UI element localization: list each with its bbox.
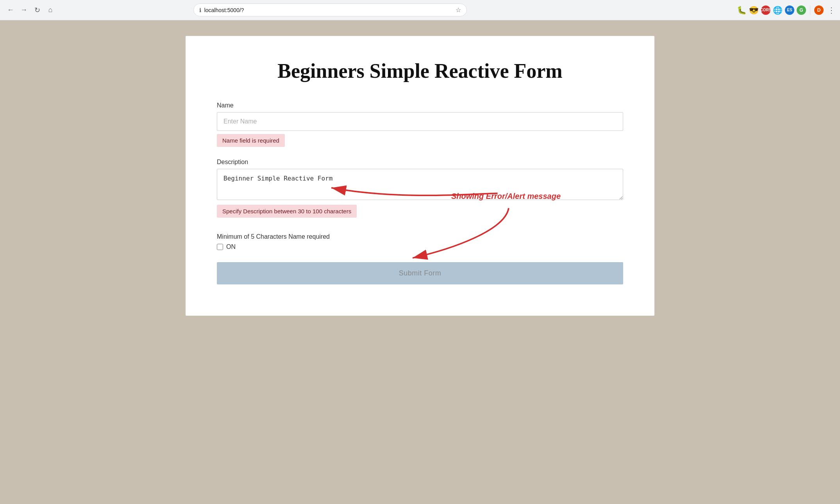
checkbox-row: ON [217, 243, 623, 250]
submit-button[interactable]: Submit Form [217, 262, 623, 284]
checkbox-group: Minimum of 5 Characters Name required ON [217, 233, 623, 250]
form-container: Beginners Simple Reactive Form Name Name… [186, 36, 654, 316]
name-input[interactable] [217, 112, 623, 131]
url-text: localhost:5000/? [204, 7, 452, 13]
page-background: Beginners Simple Reactive Form Name Name… [0, 20, 840, 504]
description-label: Description [217, 159, 623, 166]
page-title: Beginners Simple Reactive Form [217, 59, 623, 82]
bookmark-icon[interactable]: ☆ [456, 6, 461, 14]
description-error-message: Specify Description between 30 to 100 ch… [217, 205, 357, 218]
extensions-area: 🐛 😎 CORS 🌐 ES G D ⋮ [737, 5, 835, 15]
grammarly-extension[interactable]: G [797, 5, 806, 15]
cors-extension[interactable]: CORS [761, 5, 770, 15]
home-button[interactable]: ⌂ [45, 4, 56, 16]
extension-bug[interactable]: 🐛 [737, 5, 747, 15]
description-input[interactable]: Beginner Simple Reactive Form [217, 169, 623, 200]
checkbox-description: Minimum of 5 Characters Name required [217, 233, 623, 240]
description-form-group: Description Beginner Simple Reactive For… [217, 159, 623, 218]
divider [810, 5, 810, 15]
name-form-group: Name Name field is required [217, 102, 623, 147]
extension-globe[interactable]: 🌐 [773, 5, 783, 15]
browser-menu[interactable]: ⋮ [827, 5, 835, 15]
form-area: Name Name field is required Description … [217, 102, 623, 284]
extension-emoji[interactable]: 😎 [749, 5, 759, 15]
name-label: Name [217, 102, 623, 109]
reload-button[interactable]: ↻ [31, 4, 43, 16]
user-profile[interactable]: D [814, 5, 824, 15]
on-checkbox[interactable] [217, 244, 223, 250]
forward-button[interactable]: → [18, 4, 30, 16]
address-bar[interactable]: ℹ localhost:5000/? ☆ [193, 4, 467, 16]
name-error-message: Name field is required [217, 134, 285, 147]
submit-area: Submit Form [217, 262, 623, 284]
browser-toolbar: ← → ↻ ⌂ ℹ localhost:5000/? ☆ 🐛 😎 CORS 🌐 … [0, 0, 840, 20]
back-button[interactable]: ← [5, 4, 16, 16]
on-label: ON [226, 243, 236, 250]
info-icon: ℹ [199, 7, 201, 13]
es-extension[interactable]: ES [785, 5, 794, 15]
nav-buttons: ← → ↻ ⌂ [5, 4, 56, 16]
